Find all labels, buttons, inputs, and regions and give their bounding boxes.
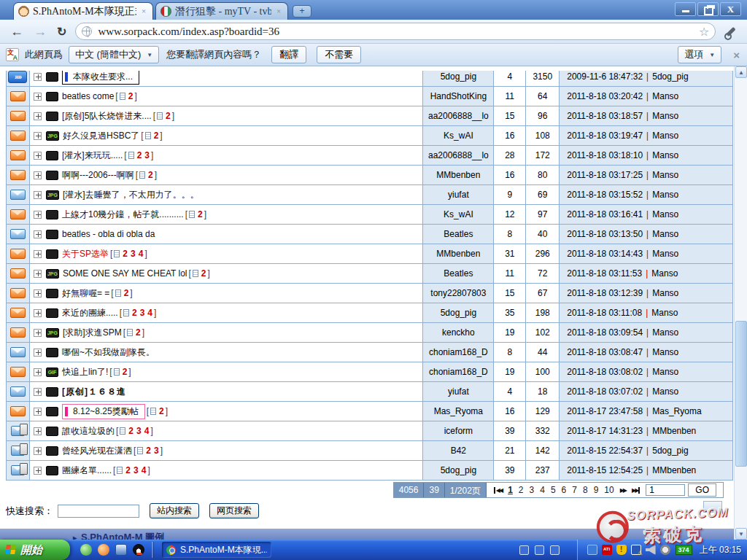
- author-link[interactable]: yiufat: [448, 386, 469, 397]
- page-jump-input[interactable]: [646, 484, 685, 496]
- settings-tray-icon[interactable]: [660, 545, 670, 555]
- author-link[interactable]: MMbenben: [436, 170, 480, 180]
- expand-icon[interactable]: [34, 289, 42, 298]
- page-link[interactable]: 2: [128, 91, 133, 101]
- last-post-author-link[interactable]: Manso: [652, 131, 678, 141]
- page-link[interactable]: 2: [148, 170, 153, 180]
- tab-close-icon[interactable]: [274, 7, 283, 16]
- scroll-up-icon[interactable]: ▲: [735, 66, 747, 78]
- last-post-author-link[interactable]: Manso: [652, 91, 678, 101]
- expand-icon[interactable]: [34, 73, 42, 81]
- page-number-link[interactable]: 3: [530, 485, 535, 495]
- last-post-author-link[interactable]: Mas_Ryoma: [652, 406, 701, 416]
- author-link[interactable]: Ks_wAI: [444, 131, 473, 141]
- usb-device-icon[interactable]: [587, 545, 597, 555]
- thread-title-link[interactable]: 來近的團練.....: [62, 307, 118, 319]
- quicklaunch-orange-app-icon[interactable]: [98, 544, 109, 556]
- translate-button[interactable]: 翻譯: [271, 46, 306, 63]
- thread-title-link[interactable]: [灌水]去睡覺了，不太用力了。。。: [63, 189, 199, 201]
- tab-close-icon[interactable]: [139, 7, 148, 16]
- ati-graphics-icon[interactable]: ATI: [602, 545, 612, 555]
- author-link[interactable]: 5dog_pig: [441, 71, 476, 82]
- author-link[interactable]: B42: [451, 446, 466, 456]
- last-post-author-link[interactable]: Manso: [652, 209, 678, 219]
- forward-icon[interactable]: →: [34, 24, 47, 39]
- expand-icon[interactable]: [34, 427, 42, 435]
- author-link[interactable]: Beatles: [444, 268, 473, 279]
- page-number-link[interactable]: 2: [519, 485, 524, 495]
- thread-title-link[interactable]: beatles - obla di obla da: [62, 229, 155, 239]
- expand-icon[interactable]: [34, 447, 42, 455]
- wrench-menu-icon[interactable]: [723, 24, 738, 39]
- last-page-icon[interactable]: ▶▶: [632, 487, 640, 494]
- ime-icon[interactable]: [535, 545, 544, 555]
- author-link[interactable]: choniam168_D: [429, 347, 488, 357]
- last-post-author-link[interactable]: Manso: [652, 229, 678, 239]
- go-button[interactable]: GO: [688, 483, 716, 497]
- last-post-author-link[interactable]: Manso: [652, 367, 678, 377]
- thread-title-link[interactable]: 好久沒見過HSBC了: [63, 130, 139, 142]
- page-number-link[interactable]: 7: [572, 485, 577, 495]
- page-link[interactable]: 2: [136, 327, 141, 338]
- expand-icon[interactable]: [34, 467, 42, 475]
- page-link[interactable]: 4: [142, 465, 147, 475]
- page-link[interactable]: 2: [124, 288, 129, 298]
- expand-icon[interactable]: [34, 270, 42, 278]
- taskbar-window-button[interactable]: S.PhAntoM-M本隊現...: [162, 542, 271, 558]
- last-post-author-link[interactable]: MMbenben: [652, 426, 696, 436]
- page-link[interactable]: 2: [198, 209, 203, 219]
- last-post-author-link[interactable]: Manso: [652, 386, 678, 397]
- author-link[interactable]: kenckho: [442, 327, 475, 338]
- language-dropdown[interactable]: 中文 (簡體中文) ▼: [69, 46, 159, 63]
- last-post-author-link[interactable]: MMbenben: [652, 465, 696, 475]
- back-icon[interactable]: ←: [10, 24, 23, 39]
- thread-title-link[interactable]: 本隊收生要求...: [62, 71, 139, 85]
- options-dropdown[interactable]: 選項 ▼: [678, 46, 721, 63]
- last-post-author-link[interactable]: Manso: [652, 288, 678, 298]
- last-post-author-link[interactable]: Manso: [651, 268, 678, 279]
- page-link[interactable]: 3: [131, 249, 136, 259]
- thread-title-link[interactable]: beatles come: [62, 91, 114, 101]
- thread-title-link[interactable]: 團練名單......: [62, 464, 112, 477]
- ime-icon[interactable]: [550, 545, 560, 555]
- quicklaunch-green-app-icon[interactable]: [80, 544, 92, 556]
- expand-icon[interactable]: [34, 349, 42, 357]
- last-post-author-link[interactable]: Manso: [652, 347, 678, 357]
- author-link[interactable]: iceform: [444, 426, 473, 436]
- first-page-icon[interactable]: ◀◀: [494, 487, 502, 494]
- page-link[interactable]: 4: [144, 426, 150, 436]
- last-post-author-link[interactable]: Manso: [652, 249, 678, 259]
- expand-icon[interactable]: [34, 329, 42, 337]
- page-link[interactable]: 2: [166, 111, 171, 121]
- author-link[interactable]: Mas_Ryoma: [434, 406, 483, 416]
- last-post-author-link[interactable]: Manso: [652, 327, 678, 338]
- thread-title-link[interactable]: 曾经风光现在潇洒: [62, 445, 132, 457]
- page-number-link[interactable]: 5: [551, 485, 556, 495]
- thread-title-link[interactable]: [求助]求進SPM: [63, 327, 122, 339]
- thread-title-link[interactable]: [原创]１６８進: [62, 386, 126, 398]
- page-number-link[interactable]: 9: [594, 485, 599, 495]
- thread-title-link[interactable]: 8.12~8.25獎勵帖: [62, 404, 145, 419]
- last-post-author-link[interactable]: Manso: [652, 111, 678, 121]
- page-link[interactable]: 4: [139, 249, 144, 259]
- last-post-author-link[interactable]: Manso: [652, 190, 678, 200]
- thread-title-link[interactable]: 啊啊---2006---啊啊: [62, 169, 134, 182]
- page-link[interactable]: 3: [136, 426, 142, 436]
- scrollbar-thumb[interactable]: [735, 321, 747, 467]
- security-shield-icon[interactable]: !: [616, 545, 627, 555]
- page-number-link[interactable]: 1: [508, 485, 513, 495]
- address-bar[interactable]: www.sorpack.com/index.asp?boardid=36 ☆: [75, 23, 716, 40]
- last-post-author-link[interactable]: Manso: [652, 150, 678, 160]
- expand-icon[interactable]: [34, 309, 42, 317]
- tab-tvb[interactable]: 潛行狙擊 - myTV - tvb.com: [155, 2, 288, 20]
- expand-icon[interactable]: [34, 152, 42, 160]
- author-link[interactable]: aa2006888__lo: [428, 150, 489, 160]
- author-link[interactable]: 5dog_pig: [441, 465, 476, 475]
- author-link[interactable]: Ks_wAI: [444, 209, 473, 219]
- thread-title-link[interactable]: 哪個~不如我做副隊長。: [62, 346, 155, 359]
- network-warning-icon[interactable]: [631, 545, 641, 555]
- quicklaunch-qq-icon[interactable]: [133, 544, 144, 556]
- author-link[interactable]: choniam168_D: [429, 367, 488, 377]
- expand-icon[interactable]: [34, 408, 42, 416]
- expand-icon[interactable]: [34, 211, 42, 219]
